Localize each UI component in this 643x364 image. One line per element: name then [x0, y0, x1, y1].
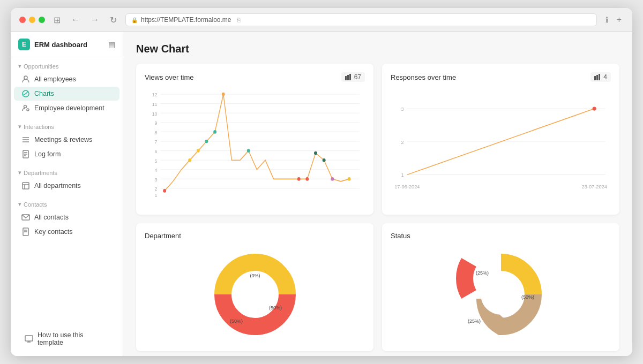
- maximize-button[interactable]: [39, 17, 45, 23]
- svg-point-71: [213, 130, 216, 134]
- lock-icon: 🔒: [131, 17, 138, 23]
- badge-count-views: 67: [354, 73, 361, 81]
- sidebar-section-opportunities: ▾ Opportunities All employees: [11, 57, 123, 118]
- departments-section-title: ▾ Departments: [11, 169, 123, 178]
- sidebar-item-label: Meetings & reviews: [34, 136, 92, 143]
- svg-text:10: 10: [152, 111, 158, 117]
- file-icon: [21, 150, 30, 158]
- person-gear-icon: [21, 104, 30, 112]
- traffic-lights: [19, 17, 45, 23]
- svg-text:4: 4: [155, 168, 158, 173]
- browser-chrome: ⊞ ← → ↻ 🔒 https://TEMPLATE.formaloo.me ⎘…: [11, 8, 632, 32]
- sidebar-item-label: Key contacts: [34, 228, 73, 236]
- minimize-button[interactable]: [29, 17, 35, 23]
- new-tab-button[interactable]: +: [615, 14, 624, 26]
- svg-point-3: [27, 109, 29, 111]
- browser-actions: ℹ +: [603, 14, 624, 26]
- svg-point-74: [314, 151, 317, 155]
- chart-header-responses: Responses over time 4: [391, 72, 611, 82]
- sidebar-item-log-form[interactable]: Log form: [14, 147, 119, 161]
- svg-text:9: 9: [155, 120, 158, 126]
- app-title: ERM dashboard: [34, 41, 87, 49]
- svg-rect-11: [23, 183, 29, 189]
- sidebar-item-charts[interactable]: Charts: [14, 87, 119, 101]
- sidebar-item-meetings[interactable]: Meetings & reviews: [14, 133, 119, 147]
- sidebar-item-label: Employee development: [34, 104, 104, 112]
- donut-chart-department: (50%) (50%) (0%): [145, 246, 365, 343]
- svg-point-73: [247, 149, 250, 153]
- sidebar-item-how-to-use[interactable]: How to use this template: [17, 329, 116, 349]
- svg-text:7: 7: [155, 139, 158, 145]
- chevron-down-icon: ▾: [18, 201, 21, 208]
- svg-text:11: 11: [152, 102, 158, 108]
- svg-point-69: [197, 149, 200, 153]
- svg-text:23-07-2024: 23-07-2024: [582, 184, 607, 189]
- svg-point-2: [24, 105, 27, 108]
- chart-title-views: Views over time: [145, 73, 194, 81]
- svg-text:(50%): (50%): [521, 294, 534, 300]
- sidebar-item-label: All departments: [34, 182, 81, 189]
- sidebar-item-label: All contacts: [34, 214, 69, 221]
- svg-point-68: [188, 158, 191, 162]
- table-icon: [21, 181, 30, 190]
- svg-text:(25%): (25%): [467, 318, 480, 324]
- svg-text:(50%): (50%): [268, 305, 281, 310]
- list-icon: [21, 135, 30, 144]
- forward-button[interactable]: →: [88, 14, 101, 26]
- sidebar-header: E ERM dashboard ▤: [11, 32, 123, 57]
- sidebar: E ERM dashboard ▤ ▾ Opportunities All em…: [11, 32, 123, 356]
- svg-rect-18: [25, 336, 33, 341]
- close-button[interactable]: [19, 17, 26, 23]
- svg-text:8: 8: [155, 130, 158, 135]
- chart-icon: [21, 89, 30, 98]
- svg-point-70: [205, 140, 208, 143]
- sidebar-item-employee-development[interactable]: Employee development: [14, 101, 119, 115]
- svg-rect-80: [594, 76, 596, 80]
- info-button[interactable]: ℹ: [603, 14, 610, 26]
- chart-card-status: Status: [382, 223, 619, 351]
- sidebar-item-label: All employees: [34, 75, 76, 83]
- reload-button[interactable]: ↻: [108, 14, 119, 26]
- badge-count-responses: 4: [603, 73, 607, 81]
- svg-rect-23: [349, 74, 351, 80]
- svg-rect-21: [345, 76, 347, 80]
- line-chart-views: 12 11 10 9 8 7 6 5 4 3 2 1: [145, 88, 365, 206]
- svg-point-91: [593, 107, 596, 110]
- svg-point-72: [222, 93, 225, 96]
- bar-chart2-icon: [594, 74, 601, 80]
- mail-icon: [21, 213, 30, 222]
- svg-point-96: [481, 274, 521, 315]
- svg-point-79: [331, 177, 334, 181]
- svg-text:(25%): (25%): [475, 270, 488, 276]
- chart-header-status: Status: [391, 232, 611, 240]
- sidebar-item-all-departments[interactable]: All departments: [14, 179, 119, 193]
- chart-badge-responses: 4: [590, 72, 611, 82]
- layout-toggle-button[interactable]: ▤: [108, 40, 115, 49]
- sidebar-item-all-contacts[interactable]: All contacts: [14, 210, 119, 224]
- svg-rect-22: [347, 75, 349, 80]
- monitor-icon: [25, 335, 33, 343]
- file2-icon: [21, 228, 30, 236]
- app-logo: E: [18, 39, 30, 50]
- svg-text:(0%): (0%): [250, 273, 260, 278]
- sidebar-item-all-employees[interactable]: All employees: [14, 72, 119, 86]
- copy-link-icon[interactable]: ⎘: [237, 17, 241, 23]
- chart-header-department: Department: [145, 232, 365, 240]
- app-layout: E ERM dashboard ▤ ▾ Opportunities All em…: [11, 32, 632, 356]
- url-bar[interactable]: 🔒 https://TEMPLATE.formaloo.me ⎘: [125, 13, 597, 26]
- sidebar-toggle-button[interactable]: ⊞: [51, 14, 63, 26]
- chart-header-views: Views over time 67: [145, 72, 365, 82]
- sidebar-item-label: How to use this template: [38, 331, 109, 346]
- url-text: https://TEMPLATE.formaloo.me: [141, 16, 231, 24]
- svg-text:1: 1: [155, 193, 158, 199]
- interactions-section-title: ▾ Interactions: [11, 123, 123, 132]
- opportunities-section-title: ▾ Opportunities: [11, 63, 123, 72]
- sidebar-item-key-contacts[interactable]: Key contacts: [14, 225, 119, 239]
- chevron-down-icon: ▾: [18, 63, 21, 70]
- svg-point-76: [297, 177, 301, 181]
- main-content: New Chart Views over time 67: [123, 32, 632, 356]
- chart-title-responses: Responses over time: [391, 73, 456, 81]
- page-title: New Chart: [136, 43, 619, 55]
- svg-text:6: 6: [155, 149, 158, 155]
- back-button[interactable]: ←: [69, 14, 82, 26]
